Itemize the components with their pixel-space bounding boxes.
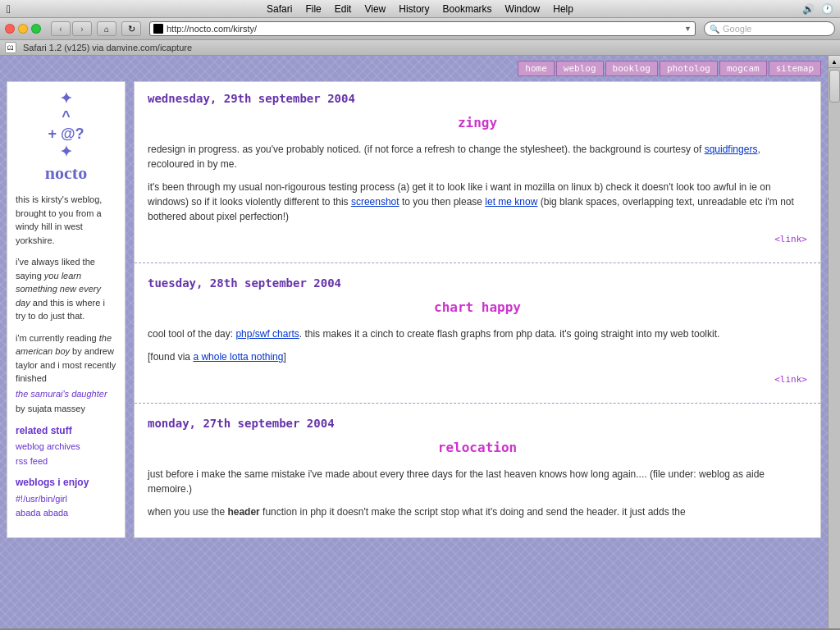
- post-1-link-letmeknow[interactable]: let me know: [485, 196, 537, 208]
- site-logo: ✦^+ @?✦ nocto: [16, 90, 116, 186]
- menu-bar: Safari File Edit View History Bookmarks …: [267, 3, 573, 15]
- refresh-button[interactable]: ↻: [121, 21, 141, 36]
- post-separator-2: [135, 403, 820, 404]
- post-1-permalink[interactable]: <link>: [774, 234, 807, 244]
- website-wrapper: home weblog booklog photolog mogcam site…: [0, 56, 828, 628]
- nav-booklog[interactable]: booklog: [605, 61, 658, 76]
- bookmarks-bar-text: Safari 1.2 (v125) via danvine.com/icaptu…: [23, 43, 192, 52]
- nav-buttons: ‹ ›: [51, 21, 92, 36]
- nav-sitemap[interactable]: sitemap: [769, 61, 821, 76]
- sidebar-reading: i'm currently reading the american boy b…: [16, 331, 116, 416]
- post-3-body1: just before i make the same mistake i've…: [148, 467, 807, 496]
- sidebar-weblogs-title: weblogs i enjoy: [16, 476, 116, 490]
- menu-bookmarks[interactable]: Bookmarks: [443, 3, 492, 15]
- back-button[interactable]: ‹: [51, 21, 71, 36]
- post-1: wednesday, 29th september 2004 zingy red…: [135, 82, 820, 259]
- post-1-permalink-row: <link>: [148, 232, 807, 249]
- post-3: monday, 27th september 2004 relocation j…: [135, 407, 820, 537]
- post-2-permalink-row: <link>: [148, 372, 807, 390]
- scroll-up-arrow[interactable]: ▲: [829, 56, 841, 68]
- logo-symbols: ✦^+ @?✦: [16, 90, 116, 161]
- sidebar-rss-link[interactable]: rss feed: [16, 455, 116, 468]
- mac-titlebar:  Safari File Edit View History Bookmark…: [0, 0, 840, 18]
- search-bar[interactable]: 🔍 Google: [704, 21, 835, 36]
- home-button[interactable]: ⌂: [97, 21, 116, 36]
- sidebar-weblog-link-2[interactable]: abada abada: [16, 507, 116, 519]
- traffic-lights: [5, 24, 41, 34]
- post-1-date: wednesday, 29th september 2004: [148, 92, 807, 105]
- post-separator-1: [135, 262, 820, 263]
- post-1-body1: redesign in progress. as you've probably…: [148, 142, 807, 171]
- menu-help[interactable]: Help: [553, 3, 573, 15]
- sidebar-about: i've always liked the saying you learn s…: [16, 255, 116, 323]
- post-2: tuesday, 28th september 2004 chart happy…: [135, 267, 820, 399]
- post-3-body2: when you use the header function in php …: [148, 504, 807, 519]
- url-text: http://nocto.com/kirsty/: [167, 24, 257, 34]
- favicon: [153, 24, 163, 34]
- menu-safari[interactable]: Safari: [267, 3, 292, 15]
- nav-photolog[interactable]: photolog: [660, 61, 718, 76]
- scrollbar: ▲: [828, 56, 840, 628]
- site-layout: ✦^+ @?✦ nocto this is kirsty's weblog, b…: [0, 81, 828, 545]
- scroll-thumb[interactable]: [829, 70, 840, 103]
- logo-name: nocto: [16, 161, 116, 186]
- sidebar-weblogs-section: weblogs i enjoy #!/usr/bin/girl abada ab…: [16, 476, 116, 520]
- nav-home[interactable]: home: [518, 61, 555, 76]
- sidebar: ✦^+ @?✦ nocto this is kirsty's weblog, b…: [7, 81, 126, 538]
- post-2-permalink[interactable]: <link>: [774, 374, 807, 385]
- sidebar-link-finished[interactable]: the samurai's daughter: [16, 387, 116, 401]
- minimize-button[interactable]: [18, 24, 28, 34]
- main-content: wednesday, 29th september 2004 zingy red…: [134, 81, 821, 538]
- post-2-title: chart happy: [148, 299, 807, 315]
- post-1-link-squidfingers[interactable]: squidfingers: [705, 144, 758, 155]
- bookmarks-bar: 🕮 Safari 1.2 (v125) via danvine.com/icap…: [0, 40, 840, 56]
- post-1-link-screenshot[interactable]: screenshot: [351, 196, 399, 208]
- url-bar[interactable]: http://nocto.com/kirsty/ ▼: [149, 21, 696, 36]
- menu-window[interactable]: Window: [505, 3, 541, 15]
- post-2-link-wholeotta[interactable]: a whole lotta nothing: [193, 351, 283, 363]
- bookmarks-icon: 🕮: [5, 42, 16, 53]
- apple-menu[interactable]: : [7, 2, 11, 16]
- nav-weblog[interactable]: weblog: [556, 61, 604, 76]
- post-1-title: zingy: [148, 115, 807, 130]
- browser-toolbar: ‹ › ⌂ ↻ http://nocto.com/kirsty/ ▼ 🔍 Goo…: [0, 18, 840, 40]
- post-2-date: tuesday, 28th september 2004: [148, 276, 807, 290]
- close-button[interactable]: [5, 24, 15, 34]
- post-1-body2: it's been through my usual non-rigourous…: [148, 180, 807, 224]
- browser-content: home weblog booklog photolog mogcam site…: [0, 56, 840, 628]
- menu-history[interactable]: History: [399, 3, 429, 15]
- sidebar-description: this is kirsty's weblog, brought to you …: [16, 193, 116, 247]
- menu-view[interactable]: View: [364, 3, 386, 15]
- sidebar-archives-link[interactable]: weblog archives: [16, 441, 116, 453]
- post-2-body2: [found via a whole lotta nothing]: [148, 349, 807, 364]
- menu-extras: 🔊🕐: [802, 3, 833, 15]
- url-dropdown-icon[interactable]: ▼: [684, 25, 692, 33]
- search-icon: 🔍: [710, 25, 719, 34]
- post-3-bold: header: [227, 506, 259, 518]
- menu-edit[interactable]: Edit: [335, 3, 352, 15]
- post-3-date: monday, 27th september 2004: [148, 417, 807, 430]
- post-2-body1: cool tool of the day: php/swf charts. th…: [148, 326, 807, 341]
- maximize-button[interactable]: [31, 24, 41, 34]
- menu-file[interactable]: File: [305, 3, 321, 15]
- search-placeholder: Google: [723, 24, 751, 34]
- nav-mogcam[interactable]: mogcam: [719, 61, 767, 76]
- forward-button[interactable]: ›: [72, 21, 92, 36]
- sidebar-related-title: related stuff: [16, 424, 116, 438]
- site-navigation: home weblog booklog photolog mogcam site…: [0, 56, 828, 81]
- post-2-link-phpswf[interactable]: php/swf charts: [235, 328, 299, 340]
- sidebar-weblog-link-1[interactable]: #!/usr/bin/girl: [16, 493, 116, 505]
- post-3-title: relocation: [148, 440, 807, 455]
